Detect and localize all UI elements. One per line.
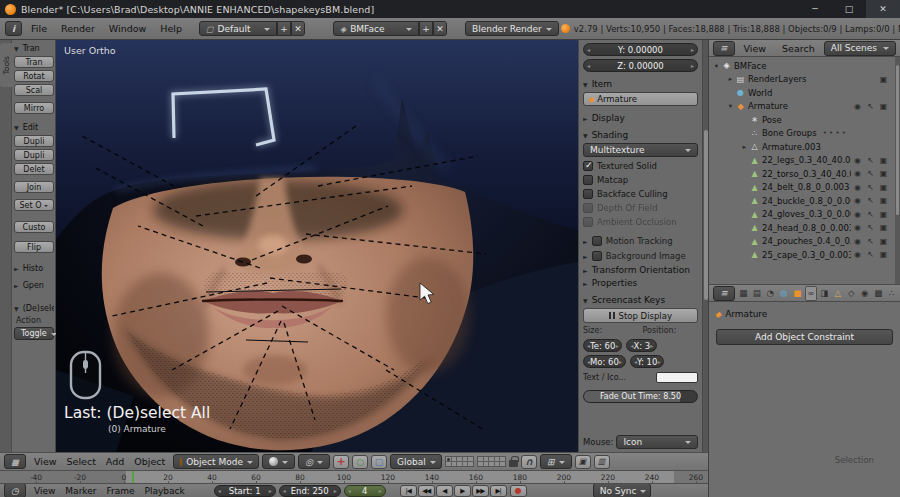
checkbox[interactable] — [583, 189, 593, 199]
properties-tab[interactable]: ▤ — [751, 286, 764, 301]
eye-icon[interactable]: ◉ — [851, 102, 864, 111]
remove-scene-button[interactable]: ✕ — [433, 21, 447, 36]
outliner-filter-dropdown[interactable]: All Scenes — [824, 41, 896, 56]
properties-tab[interactable]: ◍ — [778, 286, 791, 301]
shading-checkbox-row[interactable]: Matcap — [583, 174, 698, 186]
cursor-icon[interactable]: ↖ — [864, 223, 877, 232]
start-frame-field[interactable]: Start: 1 — [214, 485, 276, 497]
object-name-field[interactable]: Armature — [583, 92, 698, 106]
transport-button[interactable]: ▶| — [490, 485, 507, 497]
cursor-icon[interactable]: ↖ — [864, 196, 877, 205]
manipulator-scale-toggle[interactable] — [371, 455, 387, 469]
record-button[interactable]: ● — [510, 485, 527, 497]
outliner-row-pose[interactable]: ∗ Pose — [712, 113, 898, 127]
position-y-field[interactable]: Y: 10 — [630, 355, 664, 368]
cursor-icon[interactable]: ↖ — [864, 210, 877, 219]
outliner-mesh-row[interactable]: ▲ 25_cape_0.3_0_0.003 ◉ ↖ ▣ — [712, 248, 898, 262]
menu-item[interactable]: File — [24, 23, 54, 34]
outliner-editor-type-button[interactable] — [713, 41, 735, 56]
tab-tools[interactable]: Tools — [0, 43, 12, 87]
custom-button[interactable]: Custo — [14, 221, 54, 233]
outliner-row-armature-data[interactable]: ▸ △ Armature.003 — [712, 140, 898, 154]
transport-button[interactable]: ▶▶ — [472, 485, 489, 497]
flip-button[interactable]: Flip — [14, 241, 54, 253]
motion-tracking-checkbox[interactable] — [592, 236, 602, 246]
viewport-editor-type-button[interactable] — [4, 454, 26, 469]
add-object-constraint-button[interactable]: Add Object Constraint — [716, 329, 893, 345]
outliner-row-renderlayers[interactable]: ▸ ▤ RenderLayers ▣ — [712, 73, 898, 87]
translate-button[interactable]: Tran — [14, 56, 54, 68]
menu-item[interactable]: Object — [129, 456, 170, 467]
cursor-icon[interactable]: ↖ — [864, 183, 877, 192]
render-engine-dropdown[interactable]: Blender Render — [465, 21, 559, 36]
outliner-search-menu[interactable]: Search — [775, 43, 822, 54]
disclosure-triangle[interactable]: ▾ — [712, 62, 721, 70]
disclosure-triangle[interactable]: ▾ — [726, 102, 735, 110]
camera-icon[interactable]: ▣ — [877, 75, 890, 84]
outliner-mesh-row[interactable]: ▲ 24_head_0.8_0_0.003 ◉ ↖ ▣ — [712, 221, 898, 235]
panel-header-item[interactable]: Item — [583, 79, 698, 89]
menu-item[interactable]: Playback — [140, 486, 190, 496]
properties-tab[interactable]: ◇ — [845, 286, 858, 301]
outliner-mesh-row[interactable]: ▲ 24_gloves_0.3_0_0.003 ◉ ↖ ▣ — [712, 208, 898, 222]
opengl-render-button[interactable] — [575, 455, 591, 469]
position-x-field[interactable]: X: 3 — [626, 339, 657, 352]
camera-icon[interactable]: ▣ — [877, 223, 890, 232]
add-scene-button[interactable]: + — [419, 21, 433, 36]
menu-item[interactable]: Render — [54, 23, 102, 34]
cursor-icon[interactable]: ↖ — [864, 169, 877, 178]
manipulator-rotate-toggle[interactable] — [352, 455, 368, 469]
scale-button[interactable]: Scal — [14, 84, 54, 96]
fade-out-time-slider[interactable]: Fade Out Time: 8.50 — [583, 390, 698, 403]
panel-header-transform[interactable]: Tran — [14, 43, 54, 54]
camera-icon[interactable]: ▣ — [877, 156, 890, 165]
panel-header-grease-pencil[interactable]: Gpen — [14, 280, 54, 291]
color-swatch[interactable] — [656, 372, 698, 383]
timeline-editor-type-button[interactable] — [4, 483, 26, 497]
checkbox[interactable] — [583, 161, 593, 171]
properties-tab[interactable]: ∴ — [886, 286, 897, 301]
menu-item[interactable]: Frame — [101, 486, 139, 496]
outliner-view-menu[interactable]: View — [737, 43, 774, 54]
transform-z-field[interactable]: Z: 0.00000 — [583, 59, 698, 72]
maximize-button[interactable]: □ — [832, 0, 866, 18]
properties-tab[interactable]: ■ — [791, 286, 804, 301]
properties-tab[interactable]: ∞ — [805, 286, 818, 301]
shading-mode-dropdown[interactable]: Multitexture — [583, 143, 698, 157]
menu-item[interactable]: View — [29, 456, 62, 467]
delete-button[interactable]: Delet — [14, 163, 54, 175]
duplicate-button[interactable]: Dupli — [14, 135, 54, 147]
outliner-mesh-row[interactable]: ▲ 22_legs_0.3_40_40.003 ◉ ↖ ▣ — [712, 154, 898, 168]
close-button[interactable]: ✕ — [866, 0, 900, 18]
mouse-size-field[interactable]: Mo: 60 — [583, 355, 626, 368]
mode-dropdown[interactable]: Object Mode — [173, 454, 259, 469]
layer-grid-right[interactable] — [477, 456, 506, 467]
camera-icon[interactable]: ▣ — [877, 250, 890, 259]
cursor-icon[interactable]: ↖ — [864, 102, 877, 111]
properties-tab[interactable]: △ — [832, 286, 845, 301]
properties-tab[interactable]: ▦ — [737, 286, 750, 301]
menu-item[interactable]: Add — [101, 456, 129, 467]
menu-item[interactable]: Select — [62, 456, 101, 467]
current-frame-playhead[interactable] — [132, 471, 134, 483]
mirror-button[interactable]: Mirro — [14, 102, 54, 114]
panel-header-background-image[interactable]: Background Image — [583, 250, 698, 262]
camera-icon[interactable]: ▣ — [877, 210, 890, 219]
text-size-field[interactable]: Te: 60 — [583, 339, 622, 352]
remove-layout-button[interactable]: ✕ — [291, 21, 305, 36]
transport-button[interactable]: ◀◀ — [418, 485, 435, 497]
panel-header-edit[interactable]: Edit — [14, 122, 54, 133]
outliner-mesh-row[interactable]: ▲ 22_torso_0.3_40_40.003 ◉ ↖ ▣ — [712, 167, 898, 181]
outliner-mesh-row[interactable]: ▲ 24_pouches_0.4_0_0.003 ◉ ↖ ▣ — [712, 235, 898, 249]
checkbox[interactable] — [583, 203, 593, 213]
properties-editor-type-button[interactable] — [713, 286, 735, 301]
pivot-point-dropdown[interactable] — [298, 454, 330, 469]
set-origin-menu[interactable]: Set O — [14, 199, 54, 211]
scene-dropdown[interactable]: BMFace — [333, 21, 419, 36]
camera-icon[interactable]: ▣ — [877, 237, 890, 246]
outliner-row-armature-object[interactable]: ▾ ◆ Armature ◉ ↖ ▣ — [712, 100, 898, 114]
properties-tab[interactable]: ▩ — [872, 286, 885, 301]
current-frame-field[interactable]: 4 — [344, 485, 386, 497]
panel-header-motion-tracking[interactable]: Motion Tracking — [583, 235, 698, 247]
action-dropdown[interactable]: Toggle — [14, 327, 54, 340]
